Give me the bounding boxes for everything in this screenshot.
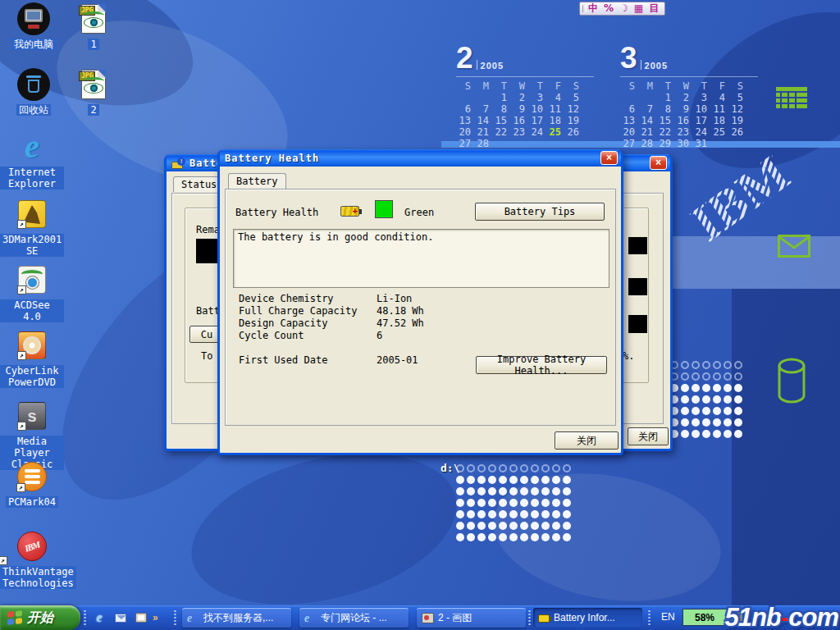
wallpaper-dot: [713, 372, 721, 381]
ie-icon: e: [187, 613, 199, 623]
calendar-day: 17: [528, 115, 546, 126]
wallpaper-dot: [467, 499, 475, 507]
desktop-icon-pcmark04[interactable]: PCMark04: [0, 459, 64, 509]
taskbar-task-3[interactable]: 2 - 画图: [417, 608, 526, 628]
calendar-day-header: S: [456, 80, 474, 91]
percent-label: %.: [623, 350, 634, 362]
detail-label: First Used Date: [239, 354, 377, 367]
task-label: Battery Infor...: [554, 612, 615, 623]
detail-row: Design Capacity47.52 Wh: [239, 317, 609, 330]
close-icon[interactable]: [650, 156, 667, 170]
close-button[interactable]: 关闭: [628, 427, 669, 445]
calendar-day: 9: [674, 103, 692, 114]
wallpaper-dot: [702, 372, 710, 381]
wallpaper-dot: [456, 476, 464, 484]
ime-menu-icon[interactable]: 目: [649, 2, 659, 15]
wallpaper-dot: [692, 418, 700, 427]
desktop-icon-label: 2: [88, 104, 98, 116]
calendar-day: 21: [638, 126, 656, 137]
desktop-icon-acdsee[interactable]: ACDSee 4.0: [0, 262, 64, 323]
wallpaper-dot: [520, 476, 528, 484]
wallpaper-dot: [541, 533, 550, 541]
wallpaper-dot: [477, 487, 486, 495]
calendar-day: 31: [692, 138, 710, 148]
start-button[interactable]: 开始: [0, 605, 80, 630]
close-icon[interactable]: [600, 151, 618, 165]
calendar-day: 6: [620, 103, 638, 114]
desktop-icon-label: 3DMark2001 SE: [0, 234, 64, 257]
calendar-day: 6: [456, 103, 474, 114]
outlook-express-icon[interactable]: [113, 610, 128, 625]
wallpaper-dot: [541, 464, 550, 472]
improve-battery-health-button[interactable]: Improve Battery Health...: [476, 356, 607, 374]
wallpaper-dot: [509, 533, 518, 541]
detail-value: 6: [377, 330, 382, 342]
wallpaper-dot: [456, 510, 464, 518]
ie-icon[interactable]: e: [92, 610, 107, 625]
calendar-day: 1: [492, 92, 510, 103]
wallpaper-dot: [467, 487, 475, 495]
calendar-day: [510, 138, 528, 148]
wallpaper-dot: [724, 361, 732, 369]
calendar-day: 18: [546, 115, 564, 126]
wallpaper-dot: [681, 384, 689, 392]
tab-battery[interactable]: Battery: [228, 173, 286, 189]
desktop-icon-jpg-2[interactable]: JPG2: [69, 67, 118, 116]
soft-keyboard-icon[interactable]: ▦: [634, 2, 643, 15]
calendar-day: [546, 138, 564, 148]
punctuation-icon[interactable]: ☽: [619, 2, 628, 15]
language-indicator[interactable]: EN: [661, 611, 675, 623]
wallpaper-dot: [477, 464, 486, 472]
wallpaper-dot: [702, 418, 710, 427]
wallpaper-dot: [724, 418, 732, 427]
taskbar-task-4[interactable]: Battery Infor...: [533, 608, 642, 628]
taskbar-task-1[interactable]: e找不到服务器,...: [182, 608, 291, 628]
desktop-icon-my-computer[interactable]: 我的电脑: [2, 2, 66, 51]
wallpaper-dot: [541, 510, 550, 518]
desktop-icon-recycle-bin[interactable]: 回收站: [2, 67, 66, 116]
show-desktop-icon[interactable]: [134, 610, 148, 625]
pcmark-icon: [17, 462, 47, 491]
desktop-icon-label: 回收站: [16, 104, 51, 116]
wallpaper-dot: [713, 430, 721, 438]
battery-tips-button[interactable]: Battery Tips: [475, 203, 605, 221]
desktop-icon-3dmark2001[interactable]: 3DMark2001 SE: [0, 197, 64, 258]
taskbar-separator: [84, 609, 86, 626]
calendar-year: 2005: [481, 61, 504, 71]
calendar-day: 16: [510, 115, 528, 126]
paint-icon: [422, 613, 434, 623]
desktop-icon-internet-explorer[interactable]: eInternet Explorer: [0, 130, 64, 190]
calendar-day: 2: [674, 92, 692, 103]
calendar-day-header: W: [510, 80, 528, 91]
wallpaper-dot: [552, 464, 560, 472]
wallpaper-dot: [477, 522, 486, 530]
calendar-day-header: M: [474, 80, 492, 91]
chinese-mode-icon[interactable]: 中: [588, 2, 598, 15]
desktop-icon-label: CyberLink PowerDVD: [0, 365, 64, 388]
calendar-day: 29: [656, 138, 674, 148]
wallpaper-dot: [467, 522, 475, 530]
watermark: 51nb-com: [725, 603, 838, 630]
battery-health-titlebar[interactable]: Battery Health: [220, 149, 621, 167]
calendar-day: 12: [728, 103, 746, 114]
battery-tab-pane: Battery Health Green Battery Tips The ba…: [225, 189, 616, 426]
close-button[interactable]: 关闭: [555, 431, 619, 450]
taskbar-task-2[interactable]: e专门网论坛 - ...: [299, 608, 409, 628]
calendar-day: [564, 138, 582, 148]
wallpaper-dot: [509, 464, 518, 472]
desktop-icon-thinkvantage[interactable]: IBMThinkVantage Technologies: [0, 529, 64, 590]
wallpaper-dot: [520, 464, 528, 472]
desktop-icon-powerdvd[interactable]: CyberLink PowerDVD: [0, 328, 64, 389]
quick-launch-overflow-chevron[interactable]: »: [153, 610, 158, 625]
desktop: IBM d:\ 22005SMTWTFS12345678910111213141…: [0, 0, 840, 630]
shortcut-arrow-icon: [16, 483, 25, 492]
wallpaper-dot: [541, 522, 550, 530]
taskbar: 开始 e » e找不到服务器,...e专门网论坛 - ...2 - 画图Batt…: [0, 605, 840, 630]
width-toggle-icon[interactable]: %: [604, 2, 614, 15]
desktop-icon-jpg-1[interactable]: JPG1: [69, 2, 118, 51]
wallpaper-dot: [509, 487, 518, 495]
calendar-day-header: T: [528, 80, 546, 91]
wallpaper-dot: [488, 510, 496, 518]
wallpaper-dot-grid: [456, 464, 571, 545]
ime-language-bar[interactable]: 中%☽▦目: [579, 2, 665, 16]
